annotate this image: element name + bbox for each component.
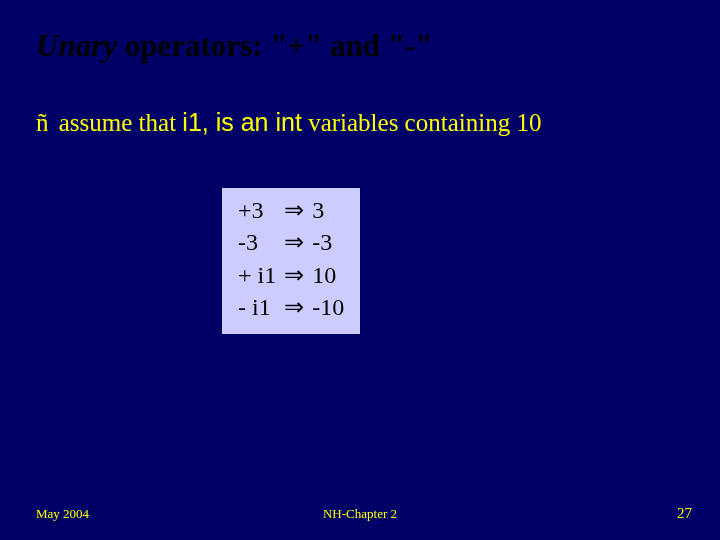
arrow-icon: ⇒	[280, 259, 308, 291]
table-row: - i1 ⇒ -10	[234, 291, 348, 323]
slide-number: 27	[677, 505, 692, 522]
example-rhs: 3	[308, 194, 348, 226]
table-row: + i1 ⇒ 10	[234, 259, 348, 291]
example-lhs: -3	[234, 226, 280, 258]
bullet-line: ñ assume that i1, is an int variables co…	[36, 108, 541, 137]
slide-title: Unary operators: "+" and "-"	[36, 28, 433, 64]
example-lhs: +3	[234, 194, 280, 226]
bullet-text-3: variables containing 10	[302, 109, 542, 136]
example-table: +3 ⇒ 3 -3 ⇒ -3 + i1 ⇒ 10 - i1 ⇒ -10	[234, 194, 348, 324]
table-row: -3 ⇒ -3	[234, 226, 348, 258]
title-rest: operators: "+" and "-"	[117, 28, 433, 63]
bullet-text-2: is an	[216, 108, 276, 136]
example-rhs: -10	[308, 291, 348, 323]
example-rhs: 10	[308, 259, 348, 291]
bullet-icon: ñ	[36, 109, 49, 137]
arrow-icon: ⇒	[280, 291, 308, 323]
example-lhs: - i1	[234, 291, 280, 323]
arrow-icon: ⇒	[280, 226, 308, 258]
arrow-icon: ⇒	[280, 194, 308, 226]
table-row: +3 ⇒ 3	[234, 194, 348, 226]
footer-chapter: NH-Chapter 2	[0, 506, 720, 522]
example-box: +3 ⇒ 3 -3 ⇒ -3 + i1 ⇒ 10 - i1 ⇒ -10	[222, 188, 360, 334]
bullet-text-1: assume that	[53, 109, 183, 136]
bullet-code-1: i1,	[182, 108, 215, 136]
example-lhs: + i1	[234, 259, 280, 291]
title-italic: Unary	[36, 28, 117, 63]
bullet-code-2: int	[275, 108, 301, 136]
example-rhs: -3	[308, 226, 348, 258]
